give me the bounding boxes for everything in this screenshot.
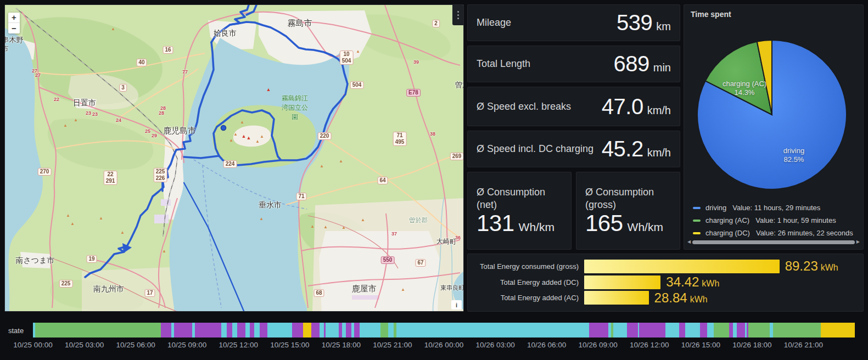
timeline-segment (267, 323, 292, 338)
energy-bar-zone: 89.23kWh (584, 258, 855, 274)
energy-value: 89.23kWh (785, 258, 838, 274)
timeline-segment (665, 323, 679, 338)
map-zoom-in-button[interactable]: + (8, 13, 20, 23)
legend-label: charging (AC) (705, 216, 749, 224)
energy-bar (584, 260, 780, 273)
stat-label: Mileage (477, 17, 511, 29)
scroll-right-icon[interactable]: ▶ (856, 240, 860, 244)
pie-panel-time-spent: Time spent charging (AC) 14.3%driving 82… (684, 4, 864, 250)
timeline-tick-label: 10/26 21:00 (784, 341, 823, 349)
energy-value: 28.84kWh (654, 290, 708, 306)
timeline-segment (303, 323, 311, 338)
timeline-segment (174, 323, 192, 338)
pie-slice-label: driving 82.5% (783, 147, 804, 165)
energy-row-label: Total Energy consumed (gross) (473, 262, 584, 271)
timeline-segment (613, 323, 627, 338)
timeline-segment (254, 323, 260, 338)
timeline-tick-label: 10/25 15:00 (270, 341, 309, 349)
timeline-segment (227, 323, 232, 338)
stat-unit: Wh/km (519, 221, 555, 234)
legend-scrollbar[interactable]: ◀ ▶ (687, 240, 860, 244)
timeline-segment (346, 323, 351, 338)
timeline-tick-label: 10/25 18:00 (322, 341, 361, 349)
stat-value: 45.2 (602, 137, 643, 161)
legend-item-charging-AC-[interactable]: charging (AC)Value: 1 hour, 59 minutes (693, 214, 856, 227)
energy-bargauge-panel: Total Energy consumed (gross)89.23kWhTot… (467, 254, 864, 312)
stat-panel-total-length: Total Length 689min (467, 46, 680, 82)
timeline-tick-label: 10/25 00:00 (13, 341, 52, 349)
stat-panel-speed-excl-breaks: Ø Speed excl. breaks 47.0km/h (467, 87, 680, 126)
energy-bar-zone: 34.42kWh (584, 274, 855, 290)
energy-bar-zone: 28.84kWh (584, 290, 855, 306)
timeline-segment (685, 323, 700, 338)
map-info-button[interactable]: i (451, 300, 462, 310)
legend-value: Value: 11 hours, 29 minutes (732, 204, 820, 212)
timeline-segment (729, 323, 733, 338)
stat-unit: km/h (647, 104, 671, 117)
timeline-tick-label: 10/25 12:00 (219, 341, 258, 349)
energy-bar (584, 291, 649, 305)
timeline-segment (311, 323, 320, 338)
timeline-segment (360, 323, 380, 338)
timeline-segment (737, 323, 745, 338)
timeline-segment (639, 323, 665, 338)
energy-row: Total Energy added (DC)34.42kWh (473, 274, 855, 290)
timeline-segment (232, 323, 237, 338)
energy-row-label: Total Energy added (AC) (473, 294, 584, 302)
timeline-tick-label: 10/25 03:00 (65, 341, 104, 349)
timeline-tick-label: 10/25 21:00 (373, 341, 412, 349)
stat-value: 165 (585, 211, 623, 235)
stat-label: Ø Speed incl. DC charging (477, 143, 593, 155)
timeline-segment (700, 323, 707, 338)
scrollbar-thumb[interactable] (692, 240, 855, 244)
timeline-tick-label: 10/25 06:00 (116, 341, 155, 349)
stat-panel-consumption-net: Ø Consumption (net) 131Wh/km (467, 172, 572, 250)
stat-value: 47.0 (602, 94, 643, 119)
scroll-left-icon[interactable]: ◀ (687, 240, 691, 244)
timeline-tick-label: 10/26 12:00 (630, 341, 669, 349)
timeline-bar (33, 323, 855, 338)
map-zoom-controls: + − (8, 13, 20, 33)
timeline-segment (589, 323, 608, 338)
pie-chart: charging (AC) 14.3%driving 82.5% (684, 20, 864, 195)
stat-panel-mileage: Mileage 539km (467, 4, 680, 41)
timeline-segment (221, 323, 227, 338)
stat-label: Ø Consumption (net) (477, 186, 562, 212)
map-zoom-out-button[interactable]: − (8, 23, 20, 33)
timeline-segment (237, 323, 245, 338)
timeline-segment (354, 323, 360, 338)
legend-value: Value: 1 hour, 59 minutes (755, 216, 836, 224)
timeline-tick-label: 10/26 18:00 (732, 341, 771, 349)
legend-item-charging-DC-[interactable]: charging (DC)Value: 26 minutes, 22 secon… (693, 227, 856, 239)
pie-slice-label: charging (AC) 14.3% (723, 80, 766, 98)
energy-bar (584, 275, 660, 289)
energy-value: 34.42kWh (666, 274, 719, 290)
stat-value: 539 (617, 10, 652, 35)
energy-row: Total Energy consumed (gross)89.23kWh (473, 258, 855, 274)
timeline-tick-label: 10/26 15:00 (681, 341, 720, 349)
timeline-segment (821, 323, 855, 338)
timeline-segment (733, 323, 737, 338)
pie-legend: drivingValue: 11 hours, 29 minuteschargi… (693, 201, 856, 239)
map-canvas[interactable] (5, 5, 464, 312)
legend-label: driving (705, 204, 726, 212)
stat-value: 689 (614, 52, 649, 76)
stat-unit: min (653, 61, 671, 74)
timeline-segment (748, 323, 770, 338)
timeline-segment (396, 323, 589, 338)
dashboard: 串木野市日置市姶良市霧島市鹿児島市垂水市南さつま市南九州市鹿屋市大崎町東串良町曽… (0, 0, 868, 360)
stat-unit: km (656, 20, 671, 33)
map-panel[interactable]: 串木野市日置市姶良市霧島市鹿児島市垂水市南さつま市南九州市鹿屋市大崎町東串良町曽… (4, 4, 464, 312)
legend-color-marker (693, 220, 701, 222)
timeline-segment (292, 323, 303, 338)
timeline-segment (380, 323, 388, 338)
stat-label: Ø Speed excl. breaks (477, 101, 571, 113)
legend-value: Value: 26 minutes, 22 seconds (756, 229, 853, 237)
timeline-segment (260, 323, 267, 338)
stat-label: Ø Consumption (gross) (585, 186, 671, 212)
timeline-tick-label: 10/26 09:00 (579, 341, 618, 349)
panel-menu-button[interactable] (452, 5, 463, 25)
legend-color-marker (693, 232, 701, 234)
legend-color-marker (693, 207, 701, 209)
legend-item-driving[interactable]: drivingValue: 11 hours, 29 minutes (693, 201, 856, 214)
